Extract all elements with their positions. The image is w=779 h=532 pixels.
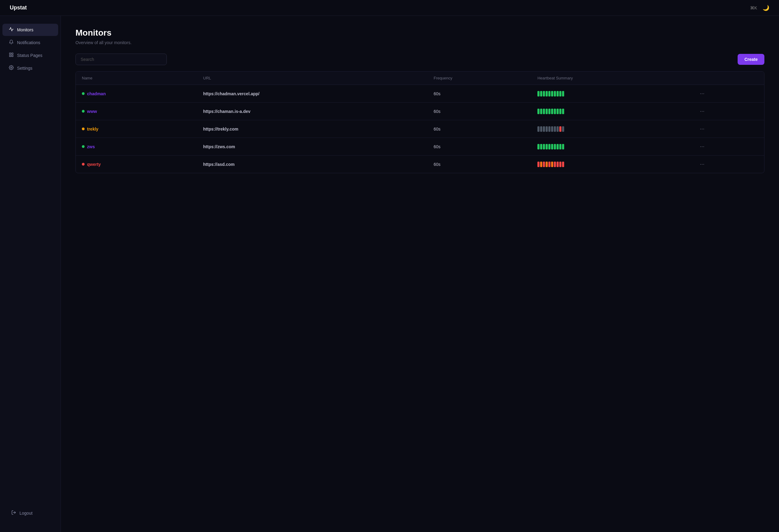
- table-row: zws https://zws.com 60s ···: [76, 138, 764, 156]
- more-options-button[interactable]: ···: [698, 124, 707, 133]
- activity-icon: [8, 27, 14, 33]
- heartbeat-bars: [537, 162, 685, 167]
- monitor-name-link[interactable]: www: [87, 109, 97, 114]
- hb-bar: [546, 162, 548, 167]
- hb-bar: [546, 109, 548, 114]
- hb-bar: [559, 144, 561, 150]
- sidebar-item-settings[interactable]: Settings: [2, 62, 58, 74]
- table-header-row: Name URL Frequency Heartbeat Summary: [76, 71, 764, 85]
- monitor-url: https://chadman.vercel.app/: [203, 91, 259, 96]
- hb-bar: [556, 126, 559, 132]
- cell-url: https://zws.com: [197, 138, 427, 156]
- more-options-button[interactable]: ···: [698, 89, 707, 98]
- sidebar-bottom: Logout: [0, 507, 61, 525]
- settings-icon: [8, 65, 14, 71]
- status-dot: [82, 127, 84, 130]
- hb-bar: [554, 144, 556, 150]
- cell-name: trekly: [76, 120, 197, 138]
- heartbeat-bars: [537, 91, 685, 97]
- monitor-name-link[interactable]: trekly: [87, 127, 98, 131]
- col-heartbeat: Heartbeat Summary: [531, 71, 692, 85]
- cell-name: zws: [76, 138, 197, 156]
- cell-name: qwerty: [76, 156, 197, 173]
- sidebar-nav: Monitors Notifications Status Pages: [0, 23, 61, 507]
- main-content: Monitors Overview of all your monitors. …: [61, 16, 779, 532]
- logout-icon: [11, 510, 16, 516]
- hb-bar: [548, 126, 550, 132]
- col-name: Name: [76, 71, 197, 85]
- cmd-shortcut[interactable]: ⌘K: [750, 5, 757, 10]
- cell-frequency: 60s: [427, 120, 531, 138]
- topbar-actions: ⌘K 🌙: [750, 5, 769, 11]
- hb-bar: [562, 126, 564, 132]
- table-row: qwerty https://asd.com 60s ···: [76, 156, 764, 173]
- monitors-table: Name URL Frequency Heartbeat Summary cha…: [76, 71, 764, 173]
- cell-actions: ···: [692, 103, 764, 120]
- page-subtitle: Overview of all your monitors.: [75, 40, 764, 45]
- hb-bar: [546, 144, 548, 150]
- hb-bar: [556, 109, 559, 114]
- cell-url: https://trekly.com: [197, 120, 427, 138]
- hb-bar: [551, 144, 553, 150]
- col-actions: [692, 71, 764, 85]
- hb-bar: [537, 109, 540, 114]
- hb-bar: [537, 91, 540, 97]
- hb-bar: [537, 126, 540, 132]
- cell-name: www: [76, 103, 197, 120]
- hb-bar: [548, 91, 550, 97]
- more-options-button[interactable]: ···: [698, 142, 707, 151]
- sidebar-item-label: Settings: [17, 66, 33, 71]
- hb-bar: [548, 109, 550, 114]
- svg-rect-3: [11, 55, 13, 57]
- more-options-button[interactable]: ···: [698, 160, 707, 169]
- cell-url: https://chadman.vercel.app/: [197, 85, 427, 103]
- hb-bar: [540, 91, 542, 97]
- hb-bar: [559, 91, 561, 97]
- hb-bar: [556, 162, 559, 167]
- more-options-button[interactable]: ···: [698, 107, 707, 116]
- status-dot: [82, 163, 84, 166]
- sidebar-item-logout[interactable]: Logout: [5, 507, 56, 519]
- cell-heartbeat: [531, 103, 692, 120]
- monitor-url: https://asd.com: [203, 162, 235, 167]
- hb-bar: [562, 162, 564, 167]
- sidebar-item-label: Monitors: [17, 27, 34, 32]
- monitor-name-link[interactable]: chadman: [87, 91, 106, 96]
- main-layout: Monitors Notifications Status Pages: [0, 16, 779, 532]
- bell-icon: [8, 40, 14, 46]
- col-frequency: Frequency: [427, 71, 531, 85]
- hb-bar: [551, 91, 553, 97]
- cell-frequency: 60s: [427, 85, 531, 103]
- hb-bar: [540, 162, 542, 167]
- monitor-url: https://zws.com: [203, 144, 235, 149]
- heartbeat-bars: [537, 144, 685, 150]
- cell-frequency: 60s: [427, 103, 531, 120]
- col-url: URL: [197, 71, 427, 85]
- hb-bar: [562, 91, 564, 97]
- theme-toggle[interactable]: 🌙: [763, 5, 769, 11]
- hb-bar: [548, 144, 550, 150]
- create-button[interactable]: Create: [738, 54, 764, 65]
- hb-bar: [559, 162, 561, 167]
- hb-bar: [562, 109, 564, 114]
- hb-bar: [543, 109, 545, 114]
- svg-rect-2: [9, 55, 11, 57]
- monitor-name-link[interactable]: qwerty: [87, 162, 101, 167]
- monitor-name-link[interactable]: zws: [87, 144, 95, 149]
- svg-rect-0: [9, 53, 11, 55]
- table-row: trekly https://trekly.com 60s ···: [76, 120, 764, 138]
- logout-label: Logout: [19, 511, 33, 516]
- sidebar-item-notifications[interactable]: Notifications: [2, 37, 58, 49]
- cell-frequency: 60s: [427, 156, 531, 173]
- heartbeat-bars: [537, 109, 685, 114]
- hb-bar: [537, 162, 540, 167]
- hb-bar: [551, 126, 553, 132]
- page-title: Monitors: [75, 28, 764, 38]
- sidebar-item-monitors[interactable]: Monitors: [2, 24, 58, 36]
- hb-bar: [554, 126, 556, 132]
- search-input[interactable]: [75, 54, 167, 65]
- hb-bar: [562, 144, 564, 150]
- sidebar-item-label: Notifications: [17, 40, 40, 45]
- sidebar-item-status-pages[interactable]: Status Pages: [2, 49, 58, 61]
- hb-bar: [540, 109, 542, 114]
